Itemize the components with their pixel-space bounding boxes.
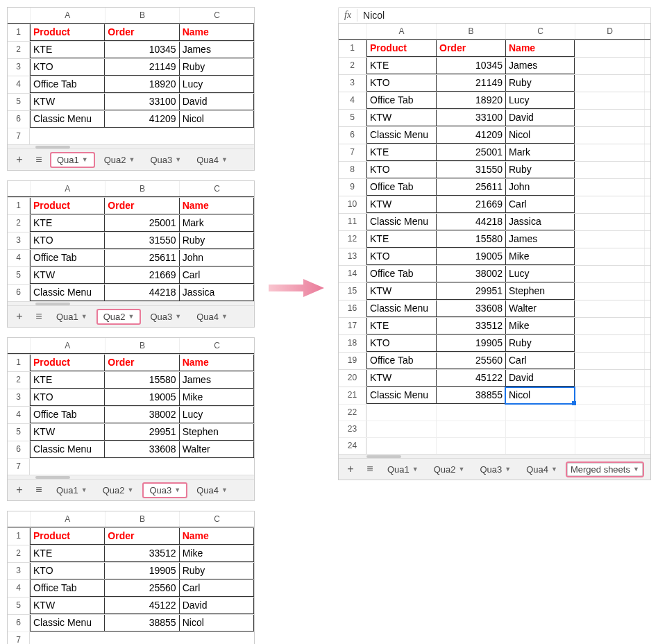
cell-order[interactable]: 41209 <box>104 111 178 128</box>
column-header[interactable]: A <box>30 8 105 23</box>
cell-product[interactable]: KTE <box>366 144 436 161</box>
row-header[interactable]: 5 <box>8 424 30 441</box>
cell-product[interactable]: KTW <box>366 283 436 300</box>
cell-order[interactable]: 25560 <box>436 353 505 369</box>
cell-order[interactable]: 18920 <box>104 76 178 93</box>
row-header[interactable]: 20 <box>339 370 366 387</box>
cell-order[interactable]: 10345 <box>436 58 505 74</box>
header-cell-order[interactable]: Order <box>104 355 178 371</box>
sheet-tab-q2[interactable]: Qua2 ▼ <box>99 153 141 167</box>
row-header[interactable]: 4 <box>8 250 30 266</box>
sheet-tab-q3[interactable]: Qua3 ▼ <box>144 153 187 167</box>
cell-order[interactable]: 15580 <box>436 231 505 248</box>
row-header[interactable]: 8 <box>339 162 366 178</box>
cell-order[interactable]: 21669 <box>436 196 505 213</box>
row-header[interactable]: 4 <box>8 580 30 597</box>
cell-order[interactable]: 38855 <box>104 615 178 632</box>
cell-product[interactable]: Office Tab <box>366 266 436 282</box>
header-cell-order[interactable]: Order <box>104 198 178 214</box>
cell-product[interactable]: Classic Menu <box>30 615 104 632</box>
sheet-tab-q2[interactable]: Qua2 ▼ <box>97 310 141 324</box>
header-cell-product[interactable]: Product <box>30 355 104 371</box>
row-header[interactable]: 6 <box>8 285 30 301</box>
row-header[interactable]: 14 <box>339 266 366 282</box>
cell-product[interactable]: KTO <box>30 59 104 76</box>
row-header[interactable]: 9 <box>339 179 366 196</box>
row-header[interactable]: 2 <box>339 58 366 74</box>
cell-order[interactable]: 25001 <box>436 144 505 161</box>
cell-product[interactable]: KTW <box>366 196 436 213</box>
row-header[interactable]: 16 <box>339 300 366 317</box>
cell-name[interactable]: Nicol <box>179 615 254 632</box>
column-header[interactable]: A <box>30 338 105 353</box>
cell-product[interactable]: KTO <box>30 232 104 249</box>
column-header[interactable]: C <box>505 24 575 39</box>
header-cell-product[interactable]: Product <box>30 24 104 41</box>
add-sheet-icon[interactable]: + <box>12 482 27 498</box>
cell-name[interactable]: Mike <box>179 545 254 562</box>
cell-name[interactable]: Jassica <box>505 214 575 230</box>
header-cell-product[interactable]: Product <box>366 40 436 57</box>
sheet-tab-q2[interactable]: Qua2 ▼ <box>428 463 471 476</box>
row-header[interactable]: 2 <box>8 215 30 232</box>
cell-order[interactable]: 19905 <box>104 563 178 579</box>
cell-name[interactable]: Lucy <box>505 92 575 109</box>
header-cell-order[interactable]: Order <box>104 528 178 545</box>
cell-name[interactable]: John <box>179 250 254 266</box>
row-header[interactable]: 7 <box>8 128 30 144</box>
sheet-tab-q4[interactable]: Qua4 ▼ <box>521 463 563 476</box>
row-header[interactable]: 3 <box>8 59 30 76</box>
cell-name[interactable]: Carl <box>505 353 575 369</box>
sheet-tab-q1[interactable]: Qua1 ▼ <box>51 484 93 497</box>
sheet-tab-q1[interactable]: Qua1 ▼ <box>51 310 93 323</box>
row-header[interactable]: 10 <box>339 196 366 213</box>
cell-name[interactable]: Lucy <box>179 407 254 423</box>
cell-product[interactable]: KTE <box>366 318 436 334</box>
row-header[interactable]: 11 <box>339 214 366 230</box>
row-header[interactable]: 5 <box>8 598 30 614</box>
cell-product[interactable]: Classic Menu <box>30 441 104 458</box>
sheet-tab-q4[interactable]: Qua4 ▼ <box>191 310 233 323</box>
sheet-tab-q3[interactable]: Qua3 ▼ <box>474 463 516 476</box>
cell-product[interactable]: KTW <box>30 598 104 614</box>
row-header[interactable]: 1 <box>8 355 30 371</box>
cell-order[interactable]: 10345 <box>104 42 178 58</box>
cell-product[interactable]: KTO <box>366 248 436 265</box>
sheet-tab-q4[interactable]: Qua4 ▼ <box>191 484 233 497</box>
cell-order[interactable]: 31550 <box>436 162 505 178</box>
horizontal-scrollbar[interactable] <box>339 454 650 458</box>
cell-name[interactable]: Ruby <box>505 335 575 352</box>
row-header[interactable]: 4 <box>339 92 366 109</box>
cell-name[interactable]: Mike <box>179 389 254 406</box>
row-header[interactable]: 1 <box>8 24 30 41</box>
cell-product[interactable]: Classic Menu <box>366 387 436 404</box>
cell-name[interactable]: Stephen <box>505 283 575 300</box>
row-header[interactable]: 7 <box>339 144 366 161</box>
cell-product[interactable]: KTW <box>30 424 104 441</box>
column-header[interactable]: A <box>30 511 105 527</box>
column-header[interactable]: B <box>105 181 180 196</box>
cell-name[interactable]: Ruby <box>179 232 254 249</box>
row-header[interactable]: 12 <box>339 231 366 248</box>
cell-order[interactable]: 41209 <box>436 127 505 144</box>
cell-order[interactable]: 18920 <box>436 92 505 109</box>
cell-name[interactable]: Lucy <box>505 266 575 282</box>
cell-name[interactable]: Mark <box>505 144 575 161</box>
cell-order[interactable]: 15580 <box>104 372 178 389</box>
row-header[interactable]: 6 <box>8 111 30 128</box>
column-header[interactable]: B <box>105 8 180 23</box>
row-header[interactable]: 17 <box>339 318 366 334</box>
sheet-tab-merged[interactable]: Merged sheets ▼ <box>567 463 643 476</box>
cell-product[interactable]: KTW <box>30 94 104 110</box>
cell-order[interactable]: 21149 <box>436 75 505 92</box>
cell-order[interactable]: 45122 <box>436 370 505 387</box>
row-header[interactable]: 13 <box>339 248 366 265</box>
cell-name[interactable]: Ruby <box>505 162 575 178</box>
row-header[interactable]: 7 <box>8 632 30 644</box>
cell-product[interactable]: Office Tab <box>30 580 104 597</box>
cell-product[interactable]: Office Tab <box>366 92 436 109</box>
header-cell-name[interactable]: Name <box>179 528 254 545</box>
row-header[interactable]: 4 <box>8 407 30 423</box>
cell-order[interactable]: 19005 <box>104 389 178 406</box>
header-cell-name[interactable]: Name <box>179 198 254 214</box>
